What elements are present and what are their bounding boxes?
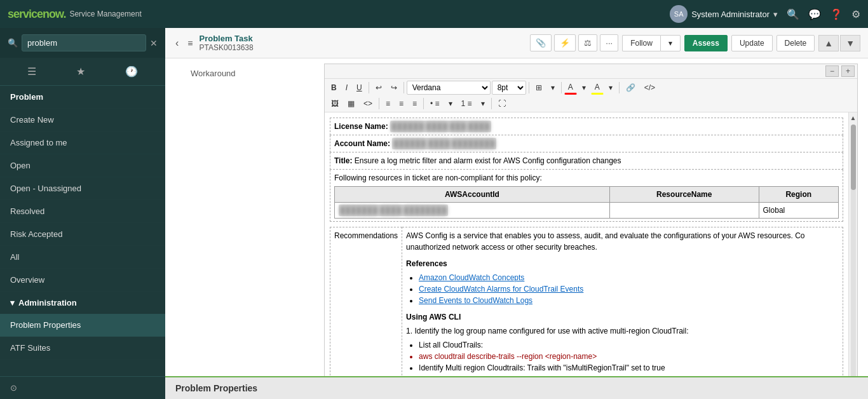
ref-link-1[interactable]: Amazon CloudWatch Concepts <box>419 273 524 282</box>
sidebar-item-problem-properties[interactable]: Problem Properties <box>0 314 165 337</box>
undo-btn[interactable]: ↩ <box>372 81 386 94</box>
toolbar-sep-3 <box>529 82 529 93</box>
form-title: Problem Task <box>200 34 254 43</box>
follow-button[interactable]: Follow <box>622 35 660 51</box>
help-icon[interactable]: ❓ <box>830 8 843 20</box>
numbered-list-btn[interactable]: 1 ≡ <box>458 97 476 110</box>
underline-btn[interactable]: U <box>353 81 366 94</box>
top-navigation: servicenow. Service Management SA System… <box>0 0 868 28</box>
prev-record-btn[interactable]: ▲ <box>818 35 839 51</box>
vertical-scrollbar[interactable]: ▲ ▼ <box>848 112 857 376</box>
table2-btn[interactable]: ▦ <box>344 97 358 110</box>
back-circle-icon: ⊙ <box>10 383 17 393</box>
content-table: License Name: ██████ ████ ███ ████ Accou… <box>330 118 843 222</box>
chevron-down-icon: ▾ <box>10 298 15 308</box>
sidebar-item-atf-suites[interactable]: ATF Suites <box>0 337 165 360</box>
align-right-btn[interactable]: ≡ <box>409 97 421 110</box>
form-header-left: ‹ ≡ Problem Task PTASK0013638 <box>173 34 254 52</box>
nav-left: servicenow. Service Management <box>8 8 142 21</box>
collapse-btn[interactable]: − <box>825 65 839 77</box>
clear-search-icon[interactable]: ✕ <box>150 38 158 48</box>
italic-btn[interactable]: I <box>342 81 351 94</box>
hamburger-icon: ≡ <box>187 38 193 48</box>
delete-button[interactable]: Delete <box>776 35 815 51</box>
license-cell: License Name: ██████ ████ ███ ████ <box>330 118 843 135</box>
main-layout: 🔍 ✕ ☰ ★ 🕐 Problem Create New Assigned to… <box>0 28 868 399</box>
align-center-btn[interactable]: ≡ <box>395 97 407 110</box>
font-color-btn[interactable]: A <box>564 81 577 95</box>
bg-color-btn[interactable]: A <box>591 81 604 95</box>
bold-btn[interactable]: B <box>327 81 341 94</box>
search-input[interactable] <box>22 34 146 51</box>
table-btn[interactable]: ⊞ <box>532 81 546 94</box>
region-cell: Global <box>759 203 838 219</box>
ref-link-2[interactable]: Create CloudWatch Alarms for CloudTrail … <box>419 285 583 294</box>
sidebar-admin-header[interactable]: ▾ Administration <box>0 292 165 314</box>
redo-btn[interactable]: ↪ <box>387 81 401 94</box>
back-button[interactable]: ‹ <box>173 35 181 51</box>
problem-properties-title: Problem Properties <box>175 383 257 393</box>
star-icon[interactable]: ★ <box>74 63 88 80</box>
numbered-dropdown-btn[interactable]: ▾ <box>477 97 489 110</box>
license-value-blurred: ██████ ████ ███ ████ <box>390 121 491 132</box>
search-icon[interactable]: 🔍 <box>787 8 799 20</box>
sidebar-section-problem: Problem <box>0 86 165 109</box>
step1-text: 1. Identify the log group name configure… <box>406 325 839 337</box>
user-dropdown-icon[interactable]: ▾ <box>773 10 778 19</box>
aws-account-value: ███████ ████ ████████ <box>339 205 448 216</box>
header-icons: 📎 ⚡ ⚖ ··· <box>530 34 618 51</box>
toolbar-sep-8 <box>491 98 492 109</box>
more-options-icon[interactable]: ··· <box>600 34 618 51</box>
settings-icon[interactable]: ⚙ <box>851 8 860 20</box>
sidebar-collapse-btn[interactable]: ⊙ <box>0 376 165 399</box>
source-btn[interactable]: </> <box>641 81 659 94</box>
bg-color-dropdown-btn[interactable]: ▾ <box>605 81 616 94</box>
list-item: List all CloudTrails: <box>419 339 839 351</box>
sidebar-item-open[interactable]: Open <box>0 154 165 177</box>
form-fields: Workaround − + B I U <box>165 58 868 376</box>
assess-button[interactable]: Assess <box>684 35 728 51</box>
sidebar-item-create-new[interactable]: Create New <box>0 109 165 132</box>
clock-icon[interactable]: 🕐 <box>123 63 140 80</box>
attachment-icon[interactable]: 📎 <box>530 34 552 51</box>
sidebar-item-open-unassigned[interactable]: Open - Unassigned <box>0 177 165 200</box>
font-family-select[interactable]: Verdana Arial Times New Roman <box>407 81 491 95</box>
account-label: Account Name: <box>334 139 392 148</box>
sidebar-item-resolved[interactable]: Resolved <box>0 200 165 223</box>
table-dropdown-btn[interactable]: ▾ <box>547 81 559 94</box>
image-btn[interactable]: 🖼 <box>327 97 342 110</box>
expand-btn[interactable]: + <box>841 65 855 77</box>
update-button[interactable]: Update <box>731 35 773 51</box>
code-btn[interactable]: <> <box>360 97 376 110</box>
user-info[interactable]: SA System Administrator ▾ <box>670 5 778 23</box>
list-icon[interactable]: ☰ <box>25 63 39 80</box>
align-left-btn[interactable]: ≡ <box>382 97 394 110</box>
bullet-list-btn[interactable]: • ≡ <box>426 97 444 110</box>
ref-link-3[interactable]: Send Events to CloudWatch Logs <box>419 296 532 305</box>
nav-arrows: ▲ ▼ <box>818 35 860 51</box>
activity-icon[interactable]: ⚡ <box>554 34 576 51</box>
following-cell: Following resources in ticket are non-co… <box>330 170 843 222</box>
rec-row: Recommendations AWS Config is a service … <box>330 227 843 377</box>
font-size-select[interactable]: 8pt 10pt 12pt <box>492 81 526 95</box>
sidebar: 🔍 ✕ ☰ ★ 🕐 Problem Create New Assigned to… <box>0 28 165 399</box>
toolbar-sep-4 <box>561 82 562 93</box>
fullscreen-btn[interactable]: ⛶ <box>494 97 510 110</box>
settings-form-icon[interactable]: ⚖ <box>578 34 597 51</box>
chat-icon[interactable]: 💬 <box>808 8 821 20</box>
link-btn[interactable]: 🔗 <box>622 81 639 94</box>
scroll-up-icon[interactable]: ▲ <box>848 112 857 123</box>
editor-body[interactable]: License Name: ██████ ████ ███ ████ Accou… <box>325 112 848 376</box>
follow-dropdown-btn[interactable]: ▾ <box>660 35 681 51</box>
toolbar-sep-7 <box>423 98 424 109</box>
font-color-dropdown-btn[interactable]: ▾ <box>578 81 590 94</box>
sidebar-item-overview[interactable]: Overview <box>0 269 165 292</box>
next-record-btn[interactable]: ▼ <box>840 35 860 51</box>
bullet-dropdown-btn[interactable]: ▾ <box>445 97 456 110</box>
col-aws-account: AWSAccountId <box>335 187 610 203</box>
search-bar: 🔍 ✕ <box>0 28 165 58</box>
toolbar-row-1: B I U ↩ ↪ Verdana Arial <box>327 81 855 95</box>
sidebar-item-assigned-to-me[interactable]: Assigned to me <box>0 132 165 154</box>
sidebar-item-risk-accepted[interactable]: Risk Accepted <box>0 223 165 246</box>
sidebar-item-all[interactable]: All <box>0 246 165 269</box>
